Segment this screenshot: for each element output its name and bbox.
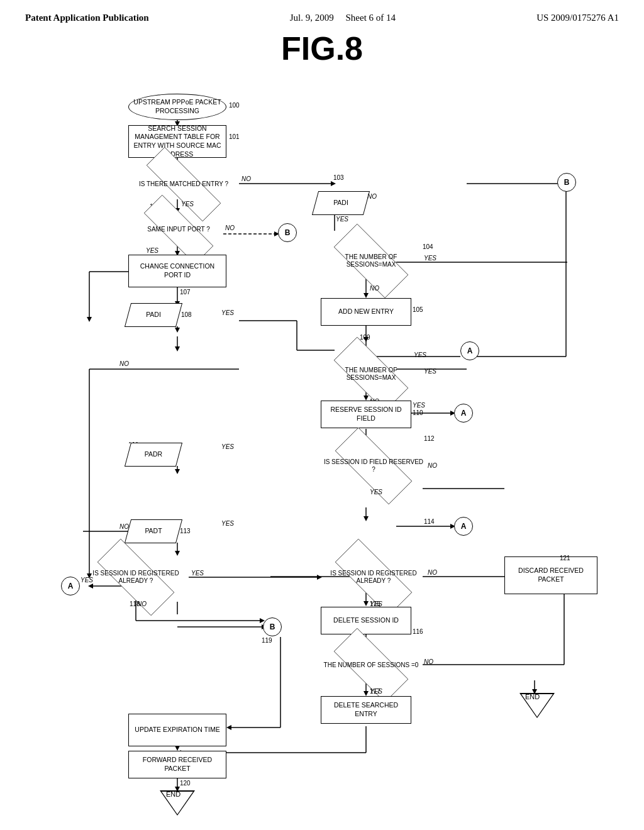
start-label: UPSTREAM PPPoE PACKET PROCESSING — [129, 98, 226, 115]
circle-B-bottom: B — [263, 617, 282, 636]
ref-107: 107 — [180, 289, 191, 296]
svg-marker-33 — [175, 469, 180, 474]
ref-120: 120 — [180, 780, 191, 787]
yes-reserved: YES — [370, 489, 382, 495]
yes-sessions1: YES — [424, 255, 436, 262]
sessions-zero-diamond: THE NUMBER OF SESSIONS =0 — [321, 643, 421, 688]
reserve-session-rect: RESERVE SESSION ID FIELD — [321, 401, 411, 428]
ref-114: 114 — [424, 518, 435, 525]
same-port-diamond: SAME INPUT PORT ? — [128, 212, 229, 247]
page-header: Patent Application Publication Jul. 9, 2… — [25, 13, 619, 23]
sessions-max2-diamond: THE NUMBER OF SESSIONS=MAX — [321, 351, 421, 397]
forward-rect: FORWARD RECEIVED PACKET — [128, 751, 226, 778]
header-date: Jul. 9, 2009 — [290, 13, 334, 23]
svg-marker-36 — [364, 516, 369, 521]
end-label-bottom: END — [166, 790, 180, 798]
ref-116: 116 — [413, 628, 423, 635]
add-entry-rect: ADD NEW ENTRY — [321, 298, 411, 326]
yes-reserve: YES — [413, 402, 425, 409]
session-reg-diamond-left: IS SESSION ID REGISTERED ALREADY ? — [83, 555, 189, 600]
header-date-sheet: Jul. 9, 2009 Sheet 6 of 14 — [290, 13, 396, 23]
padr-para: PADR — [128, 443, 179, 466]
circle-B-1: B — [278, 223, 297, 242]
yes-sessions2: YES — [424, 368, 436, 375]
page: Patent Application Publication Jul. 9, 2… — [0, 0, 644, 830]
discard-rect: DISCARD RECEIVED PACKET — [504, 556, 597, 594]
padt-para: PADT — [128, 520, 179, 543]
no-reserved: NO — [428, 462, 437, 469]
search-session-rect: SEARCH SESSION MANAGEMENT TABLE FOR ENTR… — [128, 125, 226, 158]
ref-121: 121 — [560, 555, 570, 562]
yes-padi2: YES — [221, 309, 234, 316]
circle-A-left: A — [61, 577, 80, 595]
svg-marker-5 — [331, 181, 336, 186]
yes-same-port: YES — [146, 247, 158, 254]
flowchart-diagram: UPSTREAM PPPoE PACKET PROCESSING 100 SEA… — [26, 80, 618, 809]
ref-112: 112 — [424, 435, 435, 442]
ref-103: 103 — [333, 174, 344, 181]
svg-marker-85 — [226, 725, 231, 730]
no-sessions1: NO — [370, 285, 379, 292]
yes-padr: YES — [221, 443, 234, 450]
ref-108: 108 — [181, 311, 192, 318]
no-sessions-zero: NO — [424, 658, 433, 665]
svg-marker-24 — [175, 346, 180, 351]
no-label-103: NO — [242, 175, 251, 182]
ref-110: 110 — [413, 409, 423, 416]
yes-label-102: YES — [181, 201, 194, 208]
padi1-para: PADI — [316, 192, 366, 214]
no-session-reg-left: NO — [137, 600, 147, 607]
circle-A-lower: A — [454, 517, 473, 536]
yes-padt: YES — [221, 520, 234, 527]
circle-A-mid: A — [454, 404, 473, 423]
delete-entry-rect: DELETE SEARCHED ENTRY — [321, 696, 411, 724]
ref-100: 100 — [229, 102, 240, 109]
svg-marker-56 — [175, 746, 180, 751]
ref-119: 119 — [262, 637, 272, 644]
padi2-para: PADI — [128, 304, 179, 326]
ref-104: 104 — [423, 243, 433, 250]
end-label-right: END — [525, 693, 540, 700]
circle-B-top-right: B — [557, 173, 576, 192]
ref-105: 105 — [413, 306, 423, 313]
start-oval: UPSTREAM PPPoE PACKET PROCESSING — [128, 94, 226, 120]
no-padi1-right: NO — [367, 193, 377, 200]
header-publication: Patent Application Publication — [25, 13, 149, 23]
svg-marker-44 — [364, 601, 369, 606]
svg-marker-17 — [87, 317, 92, 322]
session-reserved-diamond: IS SESSION ID FIELD RESERVED ? — [321, 443, 426, 489]
ref-117: 117 — [370, 688, 380, 695]
svg-text:YES: YES — [191, 570, 204, 577]
no-same-port: NO — [225, 224, 235, 231]
sessions-max1-diamond: THE NUMBER OF SESSIONS=MAX — [321, 238, 421, 284]
delete-session-rect: DELETE SESSION ID — [321, 607, 411, 634]
update-exp-rect: UPDATE EXPIRATION TIME — [128, 714, 226, 746]
header-sheet: Sheet 6 of 14 — [346, 13, 396, 23]
ref-113: 113 — [180, 528, 191, 534]
circle-A-top: A — [460, 341, 479, 360]
no-padi2: NO — [119, 360, 129, 367]
svg-marker-20 — [364, 293, 369, 298]
svg-marker-49 — [364, 691, 369, 696]
header-patent-number: US 2009/0175276 A1 — [536, 13, 619, 23]
change-port-rect: CHANGE CONNECTION PORT ID — [128, 255, 226, 287]
no-session-reg-right: NO — [428, 569, 437, 576]
yes-padi1: YES — [336, 216, 348, 223]
figure-title: FIG.8 — [25, 30, 619, 67]
matched-entry-diamond: IS THERE MATCHED ENTRY ? — [128, 167, 239, 202]
ref-109: 109 — [360, 334, 370, 341]
session-reg-diamond-right: IS SESSION ID REGISTERED ALREADY ? — [321, 555, 426, 600]
svg-marker-71 — [175, 328, 180, 333]
ref-101: 101 — [229, 133, 240, 140]
